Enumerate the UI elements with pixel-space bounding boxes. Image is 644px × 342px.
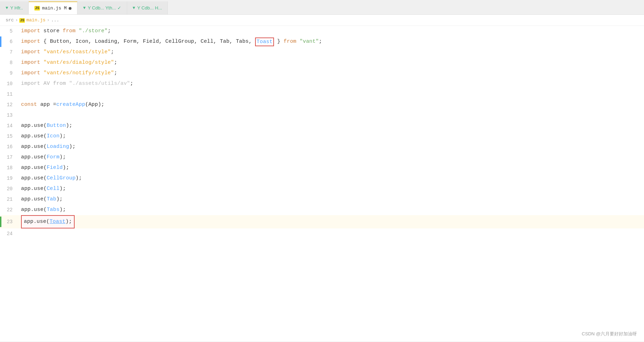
line-num-16: 16 — [0, 142, 18, 152]
breadcrumb-src: src — [6, 18, 14, 23]
line-content-5: import store from "./store"; — [18, 26, 644, 36]
breadcrumb-sep-1: › — [15, 18, 18, 23]
code-line-24: 24 — [0, 228, 644, 239]
line-num-7: 7 — [0, 47, 18, 57]
line-num-14: 14 — [0, 121, 18, 131]
line-num-5: 5 — [0, 26, 18, 36]
line-content-9: import "vant/es/notify/style"; — [18, 68, 644, 78]
line-num-21: 21 — [0, 194, 18, 205]
line-content-22: app.use(Tabs); — [18, 205, 644, 215]
line-num-17: 17 — [0, 152, 18, 163]
breadcrumb-sep-2: › — [47, 18, 50, 23]
line-num-24: 24 — [0, 228, 18, 239]
code-line-15: 15 app.use(Icon); — [0, 131, 644, 142]
tab-2-label: main.js M — [42, 6, 67, 11]
line-num-20: 20 — [0, 184, 18, 194]
line-content-24 — [18, 228, 644, 239]
line-content-17: app.use(Form); — [18, 152, 644, 163]
code-line-11: 11 — [0, 89, 644, 100]
line-num-10: 10 — [0, 78, 18, 89]
js-icon: JS — [34, 6, 40, 11]
line-content-19: app.use(CellGroup); — [18, 173, 644, 184]
code-line-10: 10 import AV from "./assets/utils/av"; — [0, 78, 644, 89]
code-line-6: 6 import { Button, Icon, Loading, Form, … — [0, 36, 644, 47]
line-num-23: 23 — [0, 217, 18, 227]
line-num-11: 11 — [0, 89, 18, 100]
watermark: CSDN @六月要好好加油呀 — [582, 331, 637, 337]
breadcrumb: src › JSmain.js › ... — [0, 15, 644, 26]
line-num-15: 15 — [0, 131, 18, 142]
code-line-12: 12 const app = createApp(App); — [0, 100, 644, 110]
line-content-16: app.use(Loading); — [18, 142, 644, 152]
code-line-17: 17 app.use(Form); — [0, 152, 644, 163]
line-num-22: 22 — [0, 205, 18, 215]
line-content-21: app.use(Tab); — [18, 194, 644, 205]
tab-3-label: Y Cdb... Yth... ✓ — [88, 5, 121, 11]
code-editor: 5 import store from "./store"; 6 import … — [0, 26, 644, 341]
code-line-14: 14 app.use(Button); — [0, 121, 644, 131]
line-indicator-6 — [0, 36, 1, 47]
tab-4[interactable]: ▼ Y Cdb... H... — [127, 1, 168, 14]
line-content-20: app.use(Cell); — [18, 184, 644, 194]
line-content-14: app.use(Button); — [18, 121, 644, 131]
code-line-5: 5 import store from "./store"; — [0, 26, 644, 36]
unsaved-dot — [69, 7, 71, 10]
line-content-11 — [18, 89, 644, 100]
tab-2[interactable]: JS main.js M — [29, 1, 77, 14]
code-line-20: 20 app.use(Cell); — [0, 184, 644, 194]
line-num-19: 19 — [0, 173, 18, 184]
toast-box-line6: Toast — [255, 37, 274, 46]
vue-icon-1: ▼ — [6, 6, 8, 11]
vue-icon-4: ▼ — [133, 6, 135, 11]
line-num-18: 18 — [0, 163, 18, 173]
vue-icon-3: ▼ — [83, 6, 85, 11]
code-line-21: 21 app.use(Tab); — [0, 194, 644, 205]
tab-4-label: Y Cdb... H... — [137, 5, 162, 11]
tab-bar: ▼ Y Hfr.. JS main.js M ▼ Y Cdb... Yth...… — [0, 0, 644, 15]
code-line-22: 22 app.use(Tabs); — [0, 205, 644, 215]
code-line-23: 23 app.use(Toast); — [0, 215, 644, 228]
line-num-6: 6 — [0, 36, 18, 47]
line-content-12: const app = createApp(App); — [18, 100, 644, 110]
code-line-16: 16 app.use(Loading); — [0, 142, 644, 152]
code-line-19: 19 app.use(CellGroup); — [0, 173, 644, 184]
toast-box-line23: app.use(Toast); — [21, 215, 75, 228]
tab-1-label: Y Hfr.. — [10, 5, 23, 11]
line-content-18: app.use(Field); — [18, 163, 644, 173]
line-content-13 — [18, 110, 644, 121]
breadcrumb-ellipsis: ... — [51, 18, 59, 23]
tab-1[interactable]: ▼ Y Hfr.. — [0, 1, 29, 14]
line-num-13: 13 — [0, 110, 18, 121]
code-line-8: 8 import "vant/es/dialog/style"; — [0, 57, 644, 68]
line-num-12: 12 — [0, 100, 18, 110]
tab-3[interactable]: ▼ Y Cdb... Yth... ✓ — [77, 1, 127, 14]
breadcrumb-file: JSmain.js — [19, 18, 46, 23]
code-line-9: 9 import "vant/es/notify/style"; — [0, 68, 644, 78]
code-line-7: 7 import "vant/es/toast/style"; — [0, 47, 644, 57]
line-content-8: import "vant/es/dialog/style"; — [18, 57, 644, 68]
line-content-10: import AV from "./assets/utils/av"; — [18, 78, 644, 89]
line-content-6: import { Button, Icon, Loading, Form, Fi… — [18, 36, 644, 47]
line-indicator-23 — [0, 217, 1, 227]
line-content-15: app.use(Icon); — [18, 131, 644, 142]
line-num-9: 9 — [0, 68, 18, 78]
code-line-18: 18 app.use(Field); — [0, 163, 644, 173]
line-content-23: app.use(Toast); — [18, 215, 644, 228]
line-num-8: 8 — [0, 57, 18, 68]
code-line-13: 13 — [0, 110, 644, 121]
line-content-7: import "vant/es/toast/style"; — [18, 47, 644, 57]
